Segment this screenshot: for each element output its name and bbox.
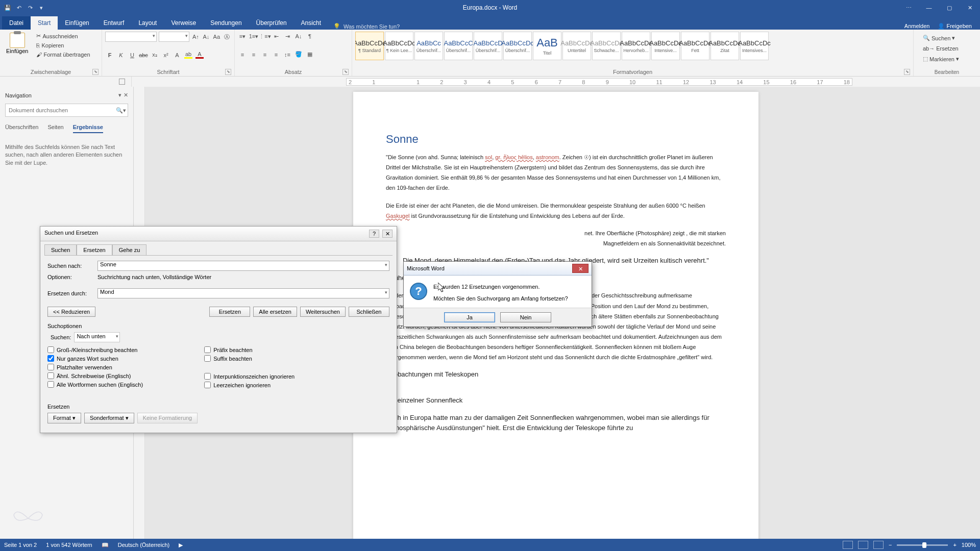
save-icon[interactable]: 💾 bbox=[3, 3, 12, 12]
format-painter-button[interactable]: 🖌 Format übertragen bbox=[34, 51, 92, 59]
dialog-close-icon[interactable]: ✕ bbox=[382, 230, 393, 238]
subscript-button[interactable]: x₂ bbox=[150, 51, 159, 60]
tab-results[interactable]: Ergebnisse bbox=[73, 124, 103, 133]
tab-selector-icon[interactable] bbox=[119, 79, 125, 85]
minimize-icon[interactable]: — bbox=[919, 0, 939, 15]
special-button[interactable]: Sonderformat ▾ bbox=[84, 413, 134, 423]
search-icon[interactable]: 🔍▾ bbox=[114, 104, 128, 116]
undo-icon[interactable]: ↶ bbox=[14, 3, 23, 12]
style-card[interactable]: AaBbCcDc¶ Standard bbox=[355, 32, 384, 60]
tab-goto[interactable]: Gehe zu bbox=[112, 244, 147, 255]
no-button[interactable]: Nein bbox=[500, 312, 551, 322]
format-button[interactable]: Format ▾ bbox=[47, 413, 81, 423]
replace-all-button[interactable]: Alle ersetzen bbox=[253, 307, 297, 317]
replace-one-button[interactable]: Ersetzen bbox=[209, 307, 250, 317]
strike-button[interactable]: abc bbox=[139, 51, 148, 60]
select-button[interactable]: ⬚ Markieren ▾ bbox=[921, 55, 973, 63]
direction-combo[interactable]: Nach unten bbox=[74, 332, 120, 342]
signin-link[interactable]: Anmelden bbox=[904, 23, 930, 30]
status-page[interactable]: Seite 1 von 2 bbox=[4, 542, 37, 548]
chk-wildcards[interactable]: Platzhalter verwenden bbox=[47, 364, 143, 370]
dialog-help-icon[interactable]: ? bbox=[369, 230, 379, 238]
dialog-title-bar[interactable]: Suchen und Ersetzen ?✕ bbox=[40, 227, 397, 241]
msgbox-title-bar[interactable]: Microsoft Word ✕ bbox=[404, 262, 592, 276]
find-input[interactable]: Sonne bbox=[97, 261, 389, 271]
grow-font-icon[interactable]: A↑ bbox=[191, 32, 200, 41]
chk-whole-word[interactable]: Nur ganzes Wort suchen bbox=[47, 355, 143, 362]
style-card[interactable]: AaBbCcDc¶ Kein Lee... bbox=[385, 32, 413, 60]
change-case-icon[interactable]: Aa bbox=[212, 32, 220, 41]
replace-button[interactable]: ab→ Ersetzen bbox=[921, 44, 973, 53]
shrink-font-icon[interactable]: A↓ bbox=[202, 32, 210, 41]
chk-prefix[interactable]: Präfix beachten bbox=[204, 346, 295, 353]
bold-button[interactable]: F bbox=[105, 51, 114, 60]
tab-find[interactable]: Suchen bbox=[44, 244, 77, 255]
close-icon[interactable]: ✕ bbox=[960, 0, 980, 15]
chk-match-case[interactable]: Groß-/Kleinschreibung beachten bbox=[47, 346, 143, 353]
bullets-icon[interactable]: ≡▾ bbox=[238, 32, 247, 41]
style-card[interactable]: AaBbCcDcIntensives... bbox=[740, 32, 769, 60]
maximize-icon[interactable]: ▢ bbox=[939, 0, 960, 15]
view-read-icon[interactable] bbox=[843, 541, 853, 549]
chk-ignore-white[interactable]: Leerzeichen ignorieren bbox=[204, 382, 295, 388]
style-card[interactable]: AaBbCcDcHervorheb... bbox=[622, 32, 650, 60]
less-button[interactable]: << Reduzieren bbox=[47, 307, 95, 317]
sort-icon[interactable]: A↓ bbox=[294, 32, 303, 41]
style-card[interactable]: AaBbCcDcIntensive... bbox=[651, 32, 680, 60]
font-name-combo[interactable] bbox=[105, 32, 157, 42]
tab-references[interactable]: Verweise bbox=[164, 16, 203, 30]
tab-start[interactable]: Start bbox=[31, 16, 58, 30]
tab-replace[interactable]: Ersetzen bbox=[77, 244, 112, 255]
redo-icon[interactable]: ↷ bbox=[26, 3, 35, 12]
cut-button[interactable]: ✂ Ausschneiden bbox=[34, 32, 92, 40]
close-button[interactable]: Schließen bbox=[349, 307, 389, 317]
style-card[interactable]: AaBbCcDcZitat bbox=[710, 32, 739, 60]
status-macro-icon[interactable]: ▶ bbox=[179, 542, 183, 548]
tab-file[interactable]: Datei bbox=[2, 16, 31, 30]
msgbox-close-icon[interactable]: ✕ bbox=[572, 264, 589, 273]
horizontal-ruler[interactable]: 21123456789101112131415161718 bbox=[346, 78, 852, 86]
align-right-icon[interactable]: ≡ bbox=[260, 50, 270, 59]
borders-icon[interactable]: ▦ bbox=[305, 50, 314, 59]
style-card[interactable]: AaBbCcDÜberschrif... bbox=[474, 32, 502, 60]
styles-gallery[interactable]: AaBbCcDc¶ StandardAaBbCcDc¶ Kein Lee...A… bbox=[355, 32, 910, 60]
style-card[interactable]: AaBTitel bbox=[533, 32, 561, 60]
paste-button[interactable]: Einfügen bbox=[3, 32, 31, 59]
style-card[interactable]: AaBbCcDcÜberschrif... bbox=[503, 32, 532, 60]
dialog-launcher-icon[interactable]: ⬊ bbox=[342, 69, 349, 75]
align-left-icon[interactable]: ≡ bbox=[238, 50, 247, 59]
status-words[interactable]: 1 von 542 Wörtern bbox=[46, 542, 92, 548]
tab-headings[interactable]: Überschriften bbox=[5, 124, 38, 133]
zoom-value[interactable]: 100% bbox=[962, 542, 976, 548]
chk-ignore-punct[interactable]: Interpunktionszeichen ignorieren bbox=[204, 373, 295, 380]
zoom-out-icon[interactable]: − bbox=[889, 542, 892, 548]
italic-button[interactable]: K bbox=[116, 51, 126, 60]
find-button[interactable]: 🔍 Suchen ▾ bbox=[921, 34, 973, 42]
zoom-slider[interactable] bbox=[897, 544, 948, 546]
view-print-icon[interactable] bbox=[858, 541, 868, 549]
highlight-button[interactable]: ab bbox=[184, 51, 193, 60]
outdent-icon[interactable]: ⇤ bbox=[272, 32, 281, 41]
find-next-button[interactable]: Weitersuchen bbox=[300, 307, 346, 317]
tab-insert[interactable]: Einfügen bbox=[58, 16, 96, 30]
dialog-launcher-icon[interactable]: ⬊ bbox=[225, 69, 231, 75]
share-button[interactable]: 👤 Freigeben bbox=[938, 23, 972, 30]
copy-button[interactable]: ⎘ Kopieren bbox=[34, 41, 92, 49]
tab-layout[interactable]: Layout bbox=[131, 16, 164, 30]
font-color-button[interactable]: A bbox=[195, 51, 204, 60]
tab-pages[interactable]: Seiten bbox=[47, 124, 63, 133]
shading-icon[interactable]: 🪣 bbox=[294, 50, 303, 59]
indent-icon[interactable]: ⇥ bbox=[283, 32, 292, 41]
dialog-launcher-icon[interactable]: ⬊ bbox=[92, 69, 99, 75]
numbering-icon[interactable]: 1≡▾ bbox=[249, 32, 258, 41]
chk-sounds-like[interactable]: Ähnl. Schreibweise (Englisch) bbox=[47, 372, 143, 379]
status-language[interactable]: Deutsch (Österreich) bbox=[118, 542, 169, 548]
clear-format-icon[interactable]: Ⓐ bbox=[223, 32, 231, 41]
ribbon-options-icon[interactable]: ⋯ bbox=[898, 0, 919, 15]
tell-me[interactable]: 💡 Was möchten Sie tun? bbox=[333, 23, 400, 30]
align-center-icon[interactable]: ≡ bbox=[249, 50, 258, 59]
nav-search-input[interactable] bbox=[6, 104, 114, 116]
text-effects-icon[interactable]: A bbox=[173, 51, 182, 60]
style-card[interactable]: AaBbCcÜberschrif... bbox=[414, 32, 443, 60]
view-web-icon[interactable] bbox=[873, 541, 884, 549]
